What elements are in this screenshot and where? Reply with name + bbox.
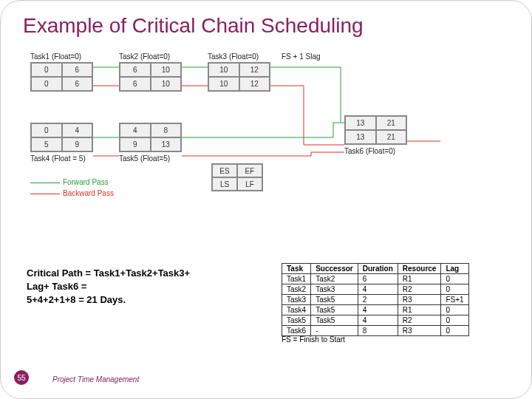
- pass-legend: Forward Pass Backward Pass: [30, 178, 114, 197]
- task1-es: 0: [31, 63, 62, 77]
- task1-block: Task1 (Float=0) 0 6 0 6: [30, 52, 93, 92]
- legend-ef: EF: [237, 164, 262, 177]
- task6-ef: 21: [376, 116, 407, 130]
- task5-ef: 8: [151, 123, 182, 137]
- critical-path-text: Critical Path = Task1+Task2+Task3+ Lag+ …: [27, 267, 219, 307]
- task2-block: Task2 (Float=0) 6 10 6 10: [119, 52, 182, 92]
- task5-lf: 13: [151, 137, 182, 151]
- legend-box: ES EF LS LF: [211, 163, 263, 191]
- slide-number: 55: [14, 370, 29, 385]
- task5-block: 4 8 9 13 Task5 (Float=5): [119, 123, 182, 164]
- task4-ls: 5: [31, 137, 62, 151]
- task6-block: 13 21 13 21 Task6 (Float=0): [344, 115, 407, 157]
- table-row: Task2Task34R20: [282, 284, 469, 295]
- diagram-area: Task1 (Float=0) 0 6 0 6 Task2 (Float=0) …: [30, 45, 444, 237]
- legend-es: ES: [212, 164, 237, 177]
- table-header: Resource: [398, 264, 441, 274]
- task3-label: Task3 (Float=0): [208, 52, 270, 61]
- fs-note: FS = Finish to Start: [282, 335, 345, 344]
- table-row: Task1Task26R10: [282, 274, 469, 284]
- task3-ef: 12: [239, 63, 270, 77]
- task4-label: Task4 (Float = 5): [30, 154, 93, 163]
- legend-lf: LF: [237, 177, 262, 191]
- forward-pass-label: Forward Pass: [63, 178, 109, 186]
- task2-es: 6: [120, 63, 151, 77]
- task6-lf: 21: [376, 130, 407, 144]
- task2-lf: 10: [151, 77, 182, 91]
- task-summary-table: TaskSuccessorDurationResourceLag Task1Ta…: [282, 263, 469, 336]
- table-row: Task6-8R30: [282, 326, 469, 336]
- task1-ls: 0: [31, 77, 62, 91]
- task6-label: Task6 (Float=0): [344, 147, 407, 155]
- task4-es: 0: [31, 123, 62, 137]
- task5-es: 4: [120, 123, 151, 137]
- task4-ef: 4: [62, 123, 93, 137]
- task2-ls: 6: [120, 77, 151, 91]
- task2-label: Task2 (Float=0): [119, 52, 182, 61]
- table-row: Task3Task52R3FS+1: [282, 295, 469, 305]
- task6-ls: 13: [345, 130, 376, 144]
- task3-lf: 12: [239, 77, 270, 91]
- task2-ef: 10: [151, 63, 182, 77]
- task5-label: Task5 (Float=5): [119, 154, 182, 163]
- task4-lf: 9: [62, 137, 93, 151]
- table-header: Task: [282, 264, 311, 274]
- task5-ls: 9: [120, 137, 151, 151]
- legend-ls: LS: [212, 177, 237, 191]
- table-header: Successor: [311, 264, 358, 274]
- task6-es: 13: [345, 116, 376, 130]
- task3-ls: 10: [208, 77, 239, 91]
- task4-block: 0 4 5 9 Task4 (Float = 5): [30, 123, 93, 164]
- task3-es: 10: [208, 63, 239, 77]
- table-row: Task5Task54R20: [282, 316, 469, 326]
- table-header: Duration: [358, 264, 398, 274]
- task1-lf: 6: [62, 77, 93, 91]
- task3-block: Task3 (Float=0) 10 12 10 12: [208, 52, 270, 92]
- task1-label: Task1 (Float=0): [30, 52, 93, 61]
- table-header: Lag: [441, 264, 468, 274]
- backward-pass-label: Backward Pass: [63, 189, 114, 197]
- task1-ef: 6: [62, 63, 93, 77]
- slide-title: Example of Critical Chain Scheduling: [1, 1, 531, 38]
- fs-slag-label: FS + 1 Slag: [282, 52, 321, 62]
- table-row: Task4Task54R10: [282, 305, 469, 316]
- footer-text: Project Time Management: [52, 375, 139, 383]
